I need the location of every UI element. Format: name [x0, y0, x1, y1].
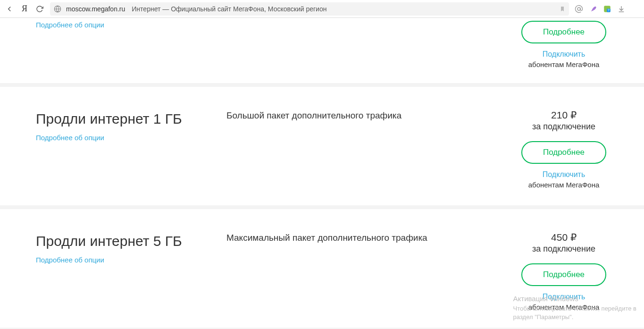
browser-toolbar: Я moscow.megafon.ru Интернет — Официальн…	[0, 0, 644, 18]
connect-subtext: абонентам МегаФона	[528, 60, 600, 68]
feather-icon[interactable]	[589, 5, 597, 13]
option-more-link[interactable]: Подробнее об опции	[36, 256, 104, 264]
more-button[interactable]: Подробнее	[521, 263, 606, 286]
more-button[interactable]: Подробнее	[521, 141, 606, 164]
price: 210 ₽	[512, 110, 616, 121]
bookmark-icon[interactable]	[560, 6, 565, 12]
extension-icon[interactable]: ?	[603, 5, 611, 13]
page-title-text: Интернет — Официальный сайт МегаФона, Мо…	[132, 5, 326, 13]
url-text: moscow.megafon.ru	[66, 5, 125, 13]
at-icon[interactable]	[575, 5, 583, 13]
connect-link[interactable]: Подключить	[512, 170, 616, 179]
option-more-link[interactable]: Подробнее об опции	[36, 21, 104, 29]
option-card: Продли интернет 5 ГБ Подробнее об опции …	[0, 209, 644, 328]
price-subtext: за подключение	[512, 244, 616, 254]
connect-link[interactable]: Подключить	[512, 293, 616, 301]
option-description: Большой пакет дополнительного трафика	[226, 110, 502, 122]
option-title: Продли интернет 5 ГБ	[36, 232, 226, 250]
back-button[interactable]	[5, 4, 14, 14]
option-card: Продли интернет 1 ГБ Подробнее об опции …	[0, 87, 644, 209]
svg-text:?: ?	[608, 8, 610, 12]
svg-point-1	[577, 8, 580, 10]
option-card-partial: Подробнее об опции Подробнее Подключить …	[0, 18, 644, 87]
yandex-button[interactable]: Я	[20, 4, 29, 14]
browser-right-icons: ?	[575, 5, 628, 13]
connect-link[interactable]: Подключить	[512, 50, 616, 59]
price-subtext: за подключение	[512, 122, 616, 132]
option-title: Продли интернет 1 ГБ	[36, 110, 226, 128]
price: 450 ₽	[512, 232, 616, 243]
more-button[interactable]: Подробнее	[521, 21, 606, 43]
option-more-link[interactable]: Подробнее об опции	[36, 134, 104, 142]
reload-button[interactable]	[35, 4, 44, 14]
connect-subtext: абонентам МегаФона	[528, 303, 600, 311]
globe-icon	[54, 5, 61, 13]
download-icon[interactable]	[617, 5, 626, 13]
option-description: Максимальный пакет дополнительного трафи…	[226, 232, 502, 245]
address-bar[interactable]: moscow.megafon.ru Интернет — Официальный…	[50, 2, 569, 16]
connect-subtext: абонентам МегаФона	[528, 181, 600, 189]
page-content: Подробнее об опции Подробнее Подключить …	[0, 18, 644, 328]
